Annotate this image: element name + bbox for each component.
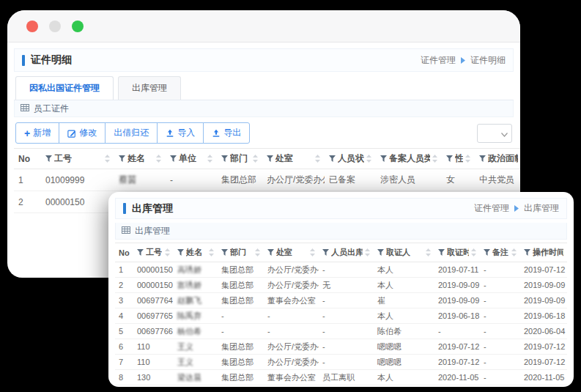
column-header[interactable]: 姓名 — [174, 243, 218, 262]
table-row[interactable]: 300697764赵鹏飞集团总部董事会办公室-崔2019-09-09-2019-… — [115, 293, 567, 308]
filter-icon[interactable] — [119, 155, 125, 162]
sort-icon[interactable] — [207, 155, 212, 163]
filter-icon[interactable] — [377, 249, 384, 256]
minimize-window-button[interactable] — [49, 21, 61, 32]
table-cell: - — [264, 308, 319, 324]
table-cell: 嗯嗯嗯 — [374, 339, 434, 355]
column-header[interactable]: 性别 — [442, 149, 475, 169]
plus-icon: + — [24, 130, 30, 137]
import-button[interactable]: 导入 — [157, 122, 204, 144]
table-row[interactable]: 200000150富琇娇集团总部办公厅/党委办公室无本人2019-09-09-2… — [115, 278, 567, 293]
sort-icon[interactable] — [105, 155, 110, 163]
table-cell: 王义 — [174, 355, 218, 370]
column-header[interactable]: 处室 — [264, 243, 319, 262]
sort-icon[interactable] — [315, 155, 320, 163]
column-header[interactable]: 工号 — [41, 149, 114, 169]
table-row[interactable]: 100000150高琇娇集团总部办公厅/党委办公室-本人2019-07-11-2… — [115, 262, 567, 278]
window-titlebar[interactable] — [7, 10, 520, 42]
filter-select[interactable] — [477, 124, 512, 143]
column-header[interactable]: 工号 — [133, 243, 174, 262]
sort-icon[interactable] — [253, 155, 258, 163]
breadcrumb: 证件管理 证件明细 — [421, 54, 506, 67]
table-row[interactable]: 500697766杨伯希---陈伯希--2020-06-04 — [115, 324, 567, 339]
filter-icon[interactable] — [137, 249, 144, 256]
modify-button[interactable]: 修改 — [59, 122, 106, 144]
filter-icon[interactable] — [322, 249, 329, 256]
filter-icon[interactable] — [524, 249, 530, 256]
column-header[interactable]: 单位 — [166, 149, 217, 169]
filter-icon[interactable] — [438, 249, 445, 256]
column-header[interactable]: 备注 — [480, 243, 520, 262]
table-row[interactable]: 400697765陈禹弃---本人2019-06-18-2019-06-18 — [115, 308, 567, 324]
filter-icon[interactable] — [45, 155, 52, 162]
table-row[interactable]: 9140杨琴集团总部董事会办公室-陈伯希2020-06-08-2020-06-0… — [115, 385, 567, 388]
close-window-button[interactable] — [26, 21, 38, 32]
sort-icon[interactable] — [366, 155, 371, 163]
sort-icon[interactable] — [471, 248, 476, 256]
sort-icon[interactable] — [209, 248, 214, 256]
sort-icon[interactable] — [255, 248, 260, 256]
table-cell: 3 — [115, 293, 133, 308]
table-row[interactable]: 7110王义集团总部办公厅/党委办公室-嗯嗯嗯2019-07-12-2019-0… — [115, 355, 567, 370]
filter-icon[interactable] — [479, 155, 486, 162]
column-header[interactable]: 备案人员类别 — [376, 149, 442, 169]
table-cell: 2019-09-09 — [434, 293, 480, 308]
tab-outbound-management[interactable]: 出库管理 — [118, 76, 181, 100]
table-row[interactable]: 101009999蔡茵-集团总部办公厅/党委办公室已备案涉密人员女中共党员 — [14, 169, 520, 191]
sort-icon[interactable] — [365, 248, 370, 256]
tab-private-overseas-cert[interactable]: 因私出国证件管理 — [15, 76, 114, 100]
table-cell: 00697765 — [133, 308, 174, 324]
filter-icon[interactable] — [221, 249, 228, 256]
table-cell: 8 — [115, 370, 133, 385]
table-cell: 1 — [14, 169, 41, 191]
toolbar-button-group: +新增修改出借归还导入导出 — [15, 122, 250, 144]
sort-icon[interactable] — [165, 248, 170, 256]
column-header[interactable]: 操作时间 — [520, 243, 567, 262]
sort-icon[interactable] — [310, 248, 315, 256]
column-header[interactable]: 部门 — [218, 243, 264, 262]
filter-icon[interactable] — [484, 249, 490, 256]
filter-icon[interactable] — [380, 155, 387, 162]
sort-icon[interactable] — [465, 155, 470, 163]
table-row[interactable]: 6110王义集团总部办公厅/党委办公室-嗯嗯嗯2019-07-12-2019-0… — [115, 339, 567, 355]
column-header[interactable]: No — [14, 149, 41, 169]
lend-return-button[interactable]: 出借归还 — [105, 122, 158, 144]
title-accent-bar — [22, 55, 25, 66]
table-cell: 00697764 — [133, 293, 174, 308]
table-cell: - — [480, 262, 520, 278]
column-header[interactable]: 人员状态 — [325, 149, 376, 169]
filter-icon[interactable] — [221, 155, 228, 162]
sort-icon[interactable] — [156, 155, 161, 163]
sort-icon[interactable] — [511, 248, 517, 256]
column-header[interactable]: 人员出库事由 — [319, 243, 374, 262]
table-row[interactable]: 8130梁达晨集团总部董事会办公室员工离职本人2020-11-05-2020-1… — [115, 370, 567, 385]
column-header[interactable]: 政治面貌 — [475, 149, 520, 169]
breadcrumb-parent[interactable]: 证件管理 — [421, 54, 456, 67]
table-cell: 已备案 — [325, 169, 376, 191]
export-button[interactable]: 导出 — [203, 122, 250, 144]
table-cell: - — [480, 385, 520, 388]
column-header[interactable]: 处室 — [262, 149, 325, 169]
table-cell: 2019-09-09 — [434, 278, 480, 293]
table-cell: 2020-06-08 — [434, 385, 480, 388]
table-cell: - — [319, 308, 374, 324]
column-header[interactable]: 取证人 — [374, 243, 434, 262]
column-header[interactable]: 取证时间 — [434, 243, 480, 262]
filter-icon[interactable] — [177, 249, 184, 256]
column-header[interactable]: 姓名 — [114, 149, 166, 169]
sort-icon[interactable] — [426, 248, 431, 256]
maximize-window-button[interactable] — [72, 21, 84, 32]
breadcrumb-parent[interactable]: 证件管理 — [474, 202, 509, 215]
add-button[interactable]: +新增 — [15, 122, 59, 144]
filter-icon[interactable] — [267, 249, 274, 256]
sort-icon[interactable] — [432, 155, 437, 163]
table-cell: 集团总部 — [218, 355, 264, 370]
filter-icon[interactable] — [267, 155, 273, 162]
filter-icon[interactable] — [329, 155, 336, 162]
filter-icon[interactable] — [446, 155, 453, 162]
filter-icon[interactable] — [170, 155, 177, 162]
column-header[interactable]: 部门 — [217, 149, 262, 169]
chevron-down-icon — [501, 127, 508, 140]
breadcrumb-current: 出库管理 — [524, 202, 559, 215]
column-header[interactable]: No — [115, 243, 133, 262]
